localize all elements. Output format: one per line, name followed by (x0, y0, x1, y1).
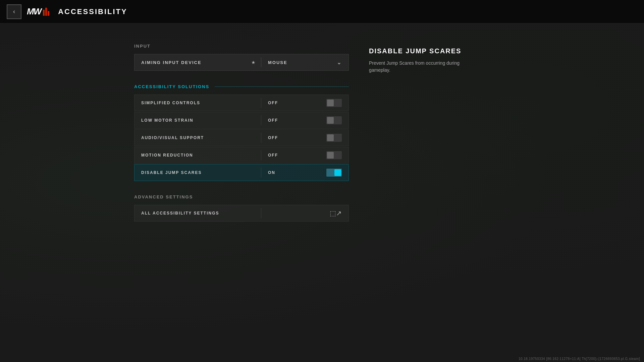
disable-jump-scares-status: ON (268, 170, 275, 175)
back-icon: ‹ (13, 8, 15, 15)
all-accessibility-settings-row[interactable]: ALL ACCESSIBILITY SETTINGS ⬚↗ (134, 205, 349, 222)
aiming-input-selected: MOUSE (268, 60, 287, 65)
all-accessibility-settings-label: ALL ACCESSIBILITY SETTINGS (135, 211, 261, 216)
disable-jump-scares-label: DISABLE JUMP SCARES (135, 170, 261, 175)
simplified-controls-status: OFF (268, 101, 278, 105)
back-button[interactable]: ‹ (7, 4, 21, 19)
low-motor-strain-knob (327, 117, 334, 124)
logo-bar-2 (45, 8, 47, 16)
simplified-controls-switch[interactable] (326, 99, 342, 107)
simplified-controls-label: SIMPLIFIED CONTROLS (135, 101, 261, 105)
input-section-label: INPUT (134, 44, 349, 49)
low-motor-strain-row[interactable]: LOW MOTOR STRAIN OFF (134, 112, 349, 129)
settings-panel: INPUT AIMING INPUT DEVICE ★ MOUSE ⌄ ACCE… (134, 44, 356, 362)
simplified-controls-knob (327, 100, 334, 106)
audio-visual-status: OFF (268, 135, 278, 140)
advanced-settings-label: ADVANCED SETTINGS (134, 194, 349, 199)
star-icon: ★ (251, 60, 256, 65)
low-motor-strain-status: OFF (268, 118, 278, 123)
disable-jump-scares-switch[interactable] (326, 169, 342, 177)
disable-jump-scares-row[interactable]: DISABLE JUMP SCARES ON (134, 164, 349, 181)
logo-bar-3 (48, 11, 49, 16)
disable-jump-scares-toggle-area: ON (261, 169, 348, 177)
aiming-input-value[interactable]: MOUSE ⌄ (261, 59, 348, 66)
motion-reduction-toggle-area: OFF (261, 151, 348, 159)
logo: MW (27, 6, 49, 17)
accessibility-section: ACCESSIBILITY SOLUTIONS SIMPLIFIED CONTR… (134, 84, 349, 181)
status-text: 10.18.19750334 [86:162:11278+11:A] Th[72… (519, 357, 640, 361)
motion-reduction-knob (327, 152, 334, 159)
logo-bars (43, 8, 49, 16)
external-link-icon-area: ⬚↗ (261, 209, 348, 217)
motion-reduction-switch[interactable] (326, 151, 342, 159)
page-title: ACCESSIBILITY (58, 7, 127, 16)
simplified-controls-toggle-area: OFF (261, 99, 348, 107)
advanced-settings-section: ADVANCED SETTINGS ALL ACCESSIBILITY SETT… (134, 194, 349, 222)
header: ‹ MW ACCESSIBILITY (0, 0, 644, 23)
external-link-icon: ⬚↗ (330, 209, 342, 217)
aiming-input-label: AIMING INPUT DEVICE (135, 60, 251, 65)
accessibility-header: ACCESSIBILITY SOLUTIONS (134, 84, 349, 89)
description-title: DISABLE JUMP SCARES (369, 47, 463, 55)
aiming-input-dropdown[interactable]: AIMING INPUT DEVICE ★ MOUSE ⌄ (134, 54, 349, 71)
chevron-down-icon: ⌄ (337, 59, 342, 66)
simplified-controls-row[interactable]: SIMPLIFIED CONTROLS OFF (134, 95, 349, 111)
audio-visual-knob (327, 134, 334, 141)
motion-reduction-row[interactable]: MOTION REDUCTION OFF (134, 147, 349, 164)
motion-reduction-status: OFF (268, 153, 278, 158)
audio-visual-switch[interactable] (326, 134, 342, 142)
accessibility-divider-line (215, 86, 349, 87)
accessibility-solutions-title: ACCESSIBILITY SOLUTIONS (134, 84, 209, 89)
input-section: INPUT AIMING INPUT DEVICE ★ MOUSE ⌄ (134, 44, 349, 71)
motion-reduction-label: MOTION REDUCTION (135, 153, 261, 158)
status-bar: 10.18.19750334 [86:162:11278+11:A] Th[72… (515, 356, 644, 362)
logo-text: MW (27, 6, 41, 17)
description-text: Prevent Jump Scares from occurring durin… (369, 60, 463, 74)
main-content: INPUT AIMING INPUT DEVICE ★ MOUSE ⌄ ACCE… (0, 23, 644, 362)
description-panel: DISABLE JUMP SCARES Prevent Jump Scares … (356, 44, 463, 362)
low-motor-strain-switch[interactable] (326, 116, 342, 124)
audio-visual-support-row[interactable]: AUDIO/VISUAL SUPPORT OFF (134, 129, 349, 146)
low-motor-strain-label: LOW MOTOR STRAIN (135, 118, 261, 123)
low-motor-strain-toggle-area: OFF (261, 116, 348, 124)
audio-visual-toggle-area: OFF (261, 134, 348, 142)
logo-bar-1 (43, 10, 45, 16)
audio-visual-support-label: AUDIO/VISUAL SUPPORT (135, 135, 261, 140)
disable-jump-scares-knob (334, 169, 341, 176)
